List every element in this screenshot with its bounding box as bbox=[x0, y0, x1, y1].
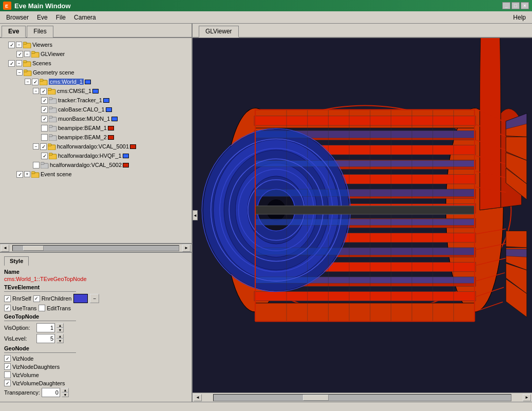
hscroll-thumb[interactable] bbox=[23, 246, 44, 251]
menu-eve[interactable]: Eve bbox=[33, 13, 52, 22]
close-button[interactable]: × bbox=[521, 2, 529, 9]
checkbox-glviewer[interactable] bbox=[16, 51, 23, 58]
checkbox-hcal5002[interactable] bbox=[33, 162, 40, 169]
vislevel-input[interactable] bbox=[36, 334, 55, 343]
tree-item-viewers[interactable]: − Viewers bbox=[0, 40, 192, 49]
color-pick-button[interactable]: − bbox=[90, 294, 99, 303]
style-tab-style[interactable]: Style bbox=[4, 256, 29, 266]
svg-rect-15 bbox=[49, 98, 52, 100]
expand-cmse1[interactable]: − bbox=[33, 88, 39, 94]
checkbox-beam1[interactable] bbox=[41, 125, 48, 132]
vizvolume-checkbox[interactable] bbox=[4, 371, 11, 378]
menu-camera[interactable]: Camera bbox=[70, 13, 100, 22]
menu-file[interactable]: File bbox=[52, 13, 70, 22]
checkbox-scenes[interactable] bbox=[8, 60, 15, 67]
svg-rect-38 bbox=[254, 116, 476, 125]
svg-rect-3 bbox=[23, 42, 27, 44]
color-cmse1 bbox=[92, 89, 99, 94]
tree-item-hcal5001[interactable]: − hcalforwardalgo:VCAL_5001 bbox=[0, 142, 192, 151]
visoption-input[interactable] bbox=[36, 323, 55, 332]
hscroll-left[interactable]: ◄ bbox=[1, 245, 9, 252]
visoption-down[interactable]: ▼ bbox=[56, 328, 64, 332]
tree-item-hvqf[interactable]: hcalforwardalgo:HVQF_1 bbox=[0, 151, 192, 160]
vislevel-down[interactable]: ▼ bbox=[56, 339, 64, 343]
tree-item-muon[interactable]: muonBase:MUON_1 bbox=[0, 114, 192, 123]
viznode-check-label[interactable]: VizNode bbox=[4, 355, 33, 362]
checkbox-viewers[interactable] bbox=[8, 42, 15, 48]
transparency-down[interactable]: ▼ bbox=[62, 393, 69, 397]
tab-files[interactable]: Files bbox=[27, 26, 53, 38]
tree-view[interactable]: − Viewers − GLViewer bbox=[0, 38, 192, 244]
tree-item-world1[interactable]: − cms:World_1 bbox=[0, 77, 192, 86]
color-hcal5002 bbox=[123, 163, 129, 167]
menu-help[interactable]: Help bbox=[509, 13, 530, 22]
tree-item-hcal5002[interactable]: hcalforwardalgo:VCAL_5002 bbox=[0, 160, 192, 170]
rnrself-check-label[interactable]: RnrSelf bbox=[4, 295, 31, 302]
rnrchildren-check-label[interactable]: RnrChildren bbox=[33, 295, 72, 302]
svg-rect-17 bbox=[49, 107, 52, 109]
maximize-button[interactable]: □ bbox=[511, 2, 520, 9]
label-scenes: Scenes bbox=[32, 60, 51, 66]
expand-eventscene[interactable]: + bbox=[24, 171, 30, 177]
hscroll-track[interactable] bbox=[12, 245, 179, 251]
tab-glviewer[interactable]: GLViewer bbox=[199, 26, 239, 38]
gl-scroll-left[interactable]: ◄ bbox=[194, 394, 202, 401]
tree-item-glviewer[interactable]: − GLViewer bbox=[0, 49, 192, 59]
panel-resize-arrow[interactable]: ◄ bbox=[193, 210, 198, 220]
edittrans-checkbox[interactable] bbox=[39, 305, 45, 311]
tree-item-beam1[interactable]: beampipe:BEAM_1 bbox=[0, 123, 192, 133]
folder-icon-muon bbox=[49, 116, 57, 122]
gl-hscroll-track[interactable] bbox=[213, 394, 511, 401]
checkbox-calo[interactable] bbox=[41, 106, 48, 113]
vizvolumedaughters-checkbox[interactable] bbox=[4, 380, 11, 386]
tree-item-cmse1[interactable]: − cms:CMSE_1 bbox=[0, 86, 192, 96]
vizvolumedaughters-check-label[interactable]: VizVolumeDaughters bbox=[4, 380, 65, 386]
transparency-input[interactable] bbox=[42, 388, 60, 397]
gl-hscroll-thumb[interactable] bbox=[303, 395, 329, 401]
svg-rect-11 bbox=[40, 79, 43, 81]
checkbox-hcal5001[interactable] bbox=[40, 143, 47, 150]
rnrself-checkbox[interactable] bbox=[4, 295, 11, 302]
viznode-checkbox[interactable] bbox=[4, 355, 11, 362]
rnrchildren-checkbox[interactable] bbox=[33, 295, 40, 302]
vislevel-up[interactable]: ▲ bbox=[56, 334, 64, 339]
checkbox-eventscene[interactable] bbox=[16, 171, 23, 178]
checkbox-beam2[interactable] bbox=[41, 134, 48, 141]
checkbox-world1[interactable] bbox=[32, 79, 39, 85]
transparency-up[interactable]: ▲ bbox=[62, 388, 69, 393]
viznodedaughters-checkbox[interactable] bbox=[4, 363, 11, 370]
gl-scroll-right[interactable]: ► bbox=[523, 394, 531, 401]
hscroll-right[interactable]: ► bbox=[182, 245, 191, 252]
folder-icon-cmse1 bbox=[48, 88, 56, 95]
checkbox-hvqf[interactable] bbox=[41, 153, 48, 159]
expand-geoscene[interactable]: − bbox=[16, 69, 23, 76]
usetrans-check-label[interactable]: UseTrans bbox=[4, 305, 36, 311]
menu-browser[interactable]: Browser bbox=[2, 13, 33, 22]
minimize-button[interactable]: _ bbox=[502, 2, 510, 9]
checkbox-cmse1[interactable] bbox=[40, 88, 47, 95]
transparency-row: Transparency: ▲ ▼ bbox=[4, 388, 187, 397]
expand-world1[interactable]: − bbox=[25, 79, 31, 85]
tree-item-geoscene[interactable]: − Geometry scene bbox=[0, 68, 192, 77]
name-section-label: Name bbox=[4, 269, 187, 275]
expand-hcal5001[interactable]: − bbox=[33, 143, 39, 150]
checkbox-tracker[interactable] bbox=[41, 97, 48, 104]
edittrans-check-label[interactable]: EditTrans bbox=[39, 305, 71, 311]
visoption-up[interactable]: ▲ bbox=[56, 323, 64, 328]
folder-icon-tracker bbox=[49, 97, 57, 104]
checkbox-muon[interactable] bbox=[41, 116, 48, 122]
tree-item-scenes[interactable]: − Scenes bbox=[0, 59, 192, 68]
tree-item-tracker[interactable]: tracker:Tracker_1 bbox=[0, 96, 192, 105]
tree-item-calo[interactable]: caloBase:CALO_1 bbox=[0, 105, 192, 114]
expand-glviewer[interactable]: − bbox=[24, 51, 30, 57]
viznodedaughters-check-label[interactable]: VizNodeDaughters bbox=[4, 363, 60, 370]
usetrans-checkbox[interactable] bbox=[4, 305, 11, 311]
vizvolume-check-label[interactable]: VizVolume bbox=[4, 371, 39, 378]
tree-item-eventscene[interactable]: + Event scene bbox=[0, 170, 192, 179]
tree-item-beam2[interactable]: beampipe:BEAM_2 bbox=[0, 133, 192, 142]
tab-eve[interactable]: Eve bbox=[2, 26, 26, 38]
expand-scenes[interactable]: − bbox=[16, 60, 22, 66]
color-swatch[interactable] bbox=[73, 294, 88, 303]
gl-canvas[interactable]: ◄ bbox=[193, 38, 532, 393]
expand-viewers[interactable]: − bbox=[16, 42, 22, 48]
